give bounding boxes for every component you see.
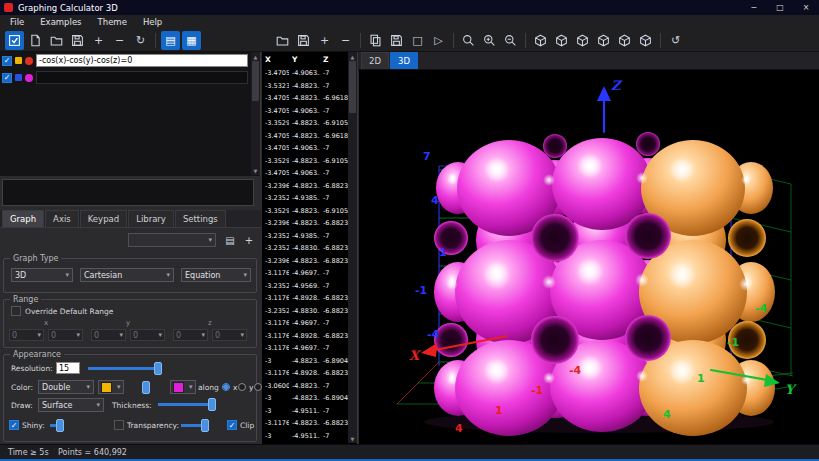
column-header-z[interactable]: Z <box>320 52 348 67</box>
title-bar[interactable]: Graphing Calculator 3D ─ □ × <box>0 0 819 15</box>
equation-input[interactable] <box>36 71 248 84</box>
grid-view-toggle[interactable]: ▦ <box>182 31 201 50</box>
range-y-min[interactable]: 0▾ <box>91 329 126 341</box>
menu-file[interactable]: File <box>2 15 32 29</box>
tab-axis[interactable]: Axis <box>45 210 79 227</box>
check-all-button[interactable] <box>5 31 24 50</box>
range-y-max[interactable]: 0▾ <box>130 329 165 341</box>
along-z-radio[interactable] <box>254 383 262 391</box>
scroll-up-icon[interactable]: ▲ <box>348 52 357 61</box>
color-swatch-2[interactable] <box>25 74 33 82</box>
color-mode-select[interactable]: Double▾ <box>38 380 94 394</box>
table-row[interactable]: -3.3529...-4.8823...-6.9105... <box>262 205 348 218</box>
table-row[interactable]: -3.4705...-4.9063...-7 <box>262 167 348 180</box>
color1-swatch-select[interactable]: ▾ <box>98 380 124 394</box>
add-preset-button[interactable]: + <box>241 232 257 248</box>
tab-graph[interactable]: Graph <box>2 210 44 227</box>
along-x-radio[interactable] <box>222 383 230 391</box>
table-scrollbar[interactable]: ▲ ▼ <box>348 52 357 443</box>
coordinates-select[interactable]: Cartesian▾ <box>80 268 174 282</box>
table-row[interactable]: -3.4705...-4.9063...-7 <box>262 142 348 155</box>
range-x-min[interactable]: 0▾ <box>9 329 44 341</box>
preset-list-button[interactable]: ▤ <box>222 232 238 248</box>
slider-thumb[interactable] <box>154 362 162 375</box>
tab-keypad[interactable]: Keypad <box>80 210 127 227</box>
table-row[interactable]: -3.1176...-4.8928...-6.8823... <box>262 330 348 343</box>
zoom-tool-button[interactable] <box>459 31 478 50</box>
view-orientation-button-5[interactable] <box>615 31 634 50</box>
menu-help[interactable]: Help <box>135 15 170 29</box>
table-row[interactable]: -3-4.8823...-6.8904... <box>262 355 348 368</box>
menu-examples[interactable]: Examples <box>32 15 89 29</box>
equation-input[interactable] <box>36 54 248 67</box>
zoom-plus-button[interactable]: + <box>315 31 334 50</box>
new-equation-button[interactable] <box>26 31 45 50</box>
view-orientation-button-1[interactable] <box>531 31 550 50</box>
dimension-select[interactable]: 3D▾ <box>11 268 73 282</box>
draw-select[interactable]: Surface▾ <box>38 398 104 412</box>
tab-settings[interactable]: Settings <box>175 210 226 227</box>
tab-library[interactable]: Library <box>128 210 174 227</box>
equation-row-2[interactable]: ✓ <box>0 69 260 86</box>
table-row[interactable]: -3.4705...-4.8823...-6.9618... <box>262 92 348 105</box>
maximize-button[interactable]: □ <box>767 0 793 15</box>
table-row[interactable]: -3.3529...-4.8823...-6.9105... <box>262 117 348 130</box>
transparency-checkbox[interactable] <box>114 420 124 430</box>
refresh-button[interactable]: ↻ <box>131 31 150 50</box>
table-row[interactable]: -3.1176...-4.8928...-6.8823... <box>262 367 348 380</box>
equation-kind-select[interactable]: Equation▾ <box>181 268 251 282</box>
table-row[interactable]: -3.1176...-4.9697...-7 <box>262 317 348 330</box>
table-row[interactable]: -3.1176...-4.8928...-6.8823... <box>262 292 348 305</box>
table-row[interactable]: -3-4.9511...-7 <box>262 405 348 418</box>
table-row[interactable]: -3.0600...-4.8823...-7 <box>262 380 348 393</box>
table-row[interactable]: -3.2396...-4.8823...-6.8823... <box>262 217 348 230</box>
table-row[interactable]: -3.1176...-4.9697...-7 <box>262 267 348 280</box>
along-y-radio[interactable] <box>238 383 246 391</box>
equation-visible-checkbox[interactable]: ✓ <box>2 56 12 66</box>
table-row[interactable]: -3.2352...-4.8830...-6.8823... <box>262 305 348 318</box>
table-row[interactable]: -3-4.8823...-6.8904... <box>262 392 348 405</box>
add-equation-button[interactable]: + <box>89 31 108 50</box>
resolution-input[interactable] <box>56 362 80 374</box>
table-row[interactable]: -3.2396...-4.8823...-6.8823... <box>262 180 348 193</box>
slider-thumb[interactable] <box>208 398 216 411</box>
range-x-max[interactable]: 0▾ <box>48 329 83 341</box>
stop-button[interactable]: □ <box>408 31 427 50</box>
column-header-x[interactable]: X <box>262 52 289 67</box>
zoom-out-button[interactable] <box>501 31 520 50</box>
save-graph-button[interactable] <box>294 31 313 50</box>
view-orientation-button-6[interactable] <box>636 31 655 50</box>
close-button[interactable]: × <box>793 0 819 15</box>
tab-3d[interactable]: 3D <box>390 52 418 69</box>
zoom-minus-button[interactable]: − <box>336 31 355 50</box>
scrollbar-thumb[interactable] <box>252 61 259 101</box>
column-header-y[interactable]: Y <box>289 52 320 67</box>
export-button[interactable] <box>387 31 406 50</box>
style-preset-select[interactable]: ▾ <box>128 233 216 247</box>
table-row[interactable]: -3.4705...-4.9063...-7 <box>262 67 348 80</box>
table-row[interactable]: -3.2352...-4.9385...-7 <box>262 192 348 205</box>
tab-2d[interactable]: 2D <box>361 52 389 69</box>
shiny-checkbox[interactable]: ✓ <box>9 420 19 430</box>
color-swatch-2[interactable] <box>25 57 33 65</box>
range-z-min[interactable]: 0▾ <box>173 329 208 341</box>
range-z-max[interactable]: 0▾ <box>212 329 247 341</box>
play-button[interactable]: ▷ <box>429 31 448 50</box>
save-button[interactable] <box>68 31 87 50</box>
table-row[interactable]: -3-4.9511...-7 <box>262 430 348 443</box>
equation-scrollbar[interactable]: ▲ ▼ <box>251 52 260 175</box>
copy-graph-button[interactable] <box>366 31 385 50</box>
color2-swatch-select[interactable]: ▾ <box>170 380 196 394</box>
table-row[interactable]: -3.1176...-4.8823...-6.8823... <box>262 417 348 430</box>
clip-checkbox[interactable]: ✓ <box>227 420 237 430</box>
rows-view-toggle[interactable]: ▤ <box>161 31 180 50</box>
menu-theme[interactable]: Theme <box>90 15 135 29</box>
table-row[interactable]: -3.3529...-4.8823...-6.9105... <box>262 155 348 168</box>
scroll-up-icon[interactable]: ▲ <box>251 52 260 61</box>
scroll-down-icon[interactable]: ▼ <box>251 166 260 175</box>
color-swatch-1[interactable] <box>15 74 22 81</box>
equation-visible-checkbox[interactable]: ✓ <box>2 73 12 83</box>
table-row[interactable]: -3.2396...-4.8823...-6.8823... <box>262 255 348 268</box>
table-row[interactable]: -3.4705...-4.9063...-7 <box>262 105 348 118</box>
plot-canvas[interactable]: X Y Z 741-1-4-4-114-4-114 <box>359 70 819 444</box>
